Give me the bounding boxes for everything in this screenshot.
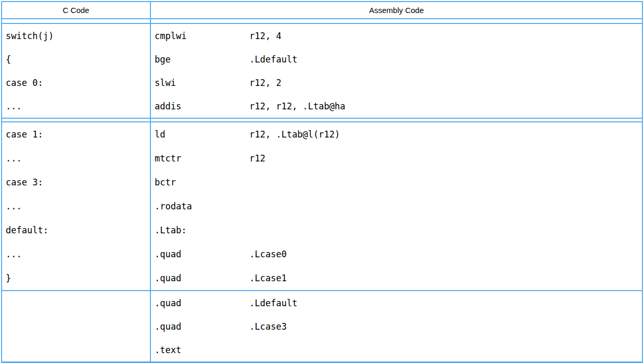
table-row: default:.Ltab: [2, 218, 642, 242]
c-code-cell [2, 338, 151, 361]
asm-operands: r12 [249, 153, 266, 164]
table-row: .text [2, 338, 642, 361]
assembly-cell: .quad.Lcase3 [151, 315, 642, 338]
double-border-gap-left [2, 119, 151, 121]
double-border-gap-right [151, 19, 642, 23]
assembly-cell: bctr [151, 170, 642, 194]
table-row: case 1:ldr12, .Ltab@l(r12) [2, 122, 642, 146]
table-row: ...addisr12, r12, .Ltab@ha [2, 94, 642, 118]
c-code-cell: switch(j) [2, 24, 151, 47]
table-row: .quad.Lcase3 [2, 315, 642, 338]
header-double-border-gap [2, 19, 642, 24]
table-row: switch(j)cmplwir12, 4 [2, 24, 642, 47]
table-row: }.quad.Lcase1 [2, 266, 642, 290]
asm-operands: .Lcase0 [249, 249, 287, 259]
table-section: case 1:ldr12, .Ltab@l(r12)...mtctrr12cas… [2, 122, 642, 291]
asm-mnemonic: .Ltab: [155, 225, 249, 235]
table-section: switch(j)cmplwir12, 4{bge.Ldefaultcase 0… [2, 24, 642, 119]
c-code-cell: case 1: [2, 122, 151, 146]
asm-operands: .Lcase3 [249, 321, 287, 332]
assembly-cell: bge.Ldefault [151, 47, 642, 71]
table-row: ....quad.Lcase0 [2, 242, 642, 266]
c-code-cell [2, 315, 151, 338]
table-row: {bge.Ldefault [2, 47, 642, 71]
assembly-cell: .quad.Lcase1 [151, 266, 642, 290]
asm-mnemonic: mtctr [155, 153, 249, 164]
assembly-cell: .text [151, 338, 642, 361]
c-code-cell: case 3: [2, 170, 151, 194]
asm-operands: r12, 2 [249, 78, 281, 88]
table-row: ....rodata [2, 194, 642, 218]
table-row: case 3:bctr [2, 170, 642, 194]
asm-operands: r12, 4 [249, 31, 281, 41]
double-border-gap-left [2, 19, 151, 23]
asm-operands: r12, .Ltab@l(r12) [249, 129, 340, 140]
c-code-cell: ... [2, 94, 151, 118]
assembly-cell: .rodata [151, 194, 642, 218]
c-code-cell [2, 291, 151, 315]
c-code-cell: default: [2, 218, 151, 242]
asm-mnemonic: bctr [155, 177, 249, 187]
assembly-cell: slwir12, 2 [151, 71, 642, 94]
c-code-cell: } [2, 266, 151, 290]
asm-operands: r12, r12, .Ltab@ha [249, 101, 345, 111]
c-code-cell: case 0: [2, 71, 151, 94]
asm-mnemonic: .text [155, 345, 249, 355]
assembly-cell: .Ltab: [151, 218, 642, 242]
c-code-cell: ... [2, 242, 151, 266]
assembly-cell: .quad.Lcase0 [151, 242, 642, 266]
asm-mnemonic: .quad [155, 321, 249, 332]
table-row: case 0:slwir12, 2 [2, 71, 642, 94]
double-border-gap-right [151, 119, 642, 121]
asm-mnemonic: .quad [155, 298, 249, 308]
assembly-cell: ldr12, .Ltab@l(r12) [151, 122, 642, 146]
asm-mnemonic: ld [155, 129, 249, 140]
table-section: .quad.Ldefault.quad.Lcase3.text [2, 291, 642, 361]
asm-mnemonic: bge [155, 54, 249, 65]
asm-mnemonic: slwi [155, 78, 249, 88]
asm-operands: .Ldefault [249, 54, 297, 65]
asm-mnemonic: .quad [155, 249, 249, 259]
asm-operands: .Ldefault [249, 298, 297, 308]
asm-mnemonic: .rodata [155, 201, 249, 211]
header-assembly-code: Assembly Code [151, 2, 642, 18]
assembly-cell: cmplwir12, 4 [151, 24, 642, 47]
c-code-cell: ... [2, 194, 151, 218]
asm-operands: .Lcase1 [249, 273, 287, 283]
table-header-row: C Code Assembly Code [2, 2, 642, 19]
c-code-cell: ... [2, 146, 151, 170]
c-code-cell: { [2, 47, 151, 71]
asm-mnemonic: cmplwi [155, 31, 249, 41]
assembly-cell: addisr12, r12, .Ltab@ha [151, 94, 642, 118]
section-double-border-gap [2, 119, 642, 122]
asm-mnemonic: .quad [155, 273, 249, 283]
assembly-cell: .quad.Ldefault [151, 291, 642, 315]
asm-mnemonic: addis [155, 101, 249, 111]
table-row: ...mtctrr12 [2, 146, 642, 170]
code-comparison-table: C Code Assembly Code switch(j)cmplwir12,… [1, 1, 643, 363]
table-body: switch(j)cmplwir12, 4{bge.Ldefaultcase 0… [2, 24, 642, 361]
assembly-cell: mtctrr12 [151, 146, 642, 170]
table-row: .quad.Ldefault [2, 291, 642, 315]
header-c-code: C Code [2, 2, 151, 18]
